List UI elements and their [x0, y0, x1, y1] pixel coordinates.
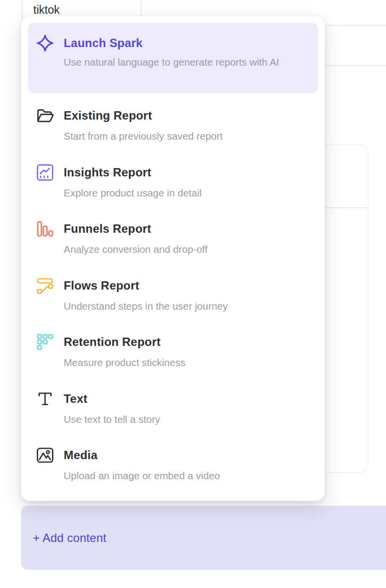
- menu-item-launch-spark[interactable]: Launch Spark Use natural language to gen…: [28, 23, 318, 93]
- menu-item-title: Launch Spark: [64, 35, 279, 51]
- add-content-button[interactable]: + Add content: [21, 506, 386, 570]
- menu-item-description: Understand steps in the user journey: [64, 299, 228, 314]
- background-divider-left: [22, 0, 23, 21]
- funnel-bars-icon: [35, 219, 55, 239]
- background-text-tiktok: tiktok: [33, 3, 60, 17]
- add-content-label: + Add content: [33, 531, 106, 545]
- menu-item-title: Media: [64, 447, 220, 463]
- menu-item-flows-report[interactable]: Flows Report Understand steps in the use…: [21, 267, 325, 324]
- menu-item-description: Use text to tell a story: [64, 412, 160, 427]
- menu-item-description: Upload an image or embed a video: [64, 468, 220, 483]
- menu-item-description: Measure product stickiness: [64, 355, 185, 370]
- menu-item-description: Analyze conversion and drop-off: [64, 242, 208, 257]
- background-row-line-1: [318, 25, 386, 26]
- menu-item-title: Funnels Report: [64, 221, 208, 237]
- menu-item-title: Insights Report: [64, 165, 202, 180]
- media-icon: [35, 445, 55, 465]
- flows-icon: [35, 276, 55, 295]
- text-icon: [35, 389, 55, 409]
- menu-item-media[interactable]: Media Upload an image or embed a video: [21, 437, 325, 493]
- menu-item-title: Text: [64, 391, 160, 407]
- menu-item-title: Existing Report: [64, 108, 223, 123]
- insights-chart-icon: [35, 163, 55, 182]
- retention-grid-icon: [35, 332, 55, 352]
- menu-item-description: Start from a previously saved report: [64, 129, 223, 144]
- background-row-line-2: [318, 65, 386, 66]
- menu-item-existing-report[interactable]: Existing Report Start from a previously …: [21, 97, 325, 154]
- add-content-menu: Launch Spark Use natural language to gen…: [21, 16, 325, 501]
- menu-item-text[interactable]: Text Use text to tell a story: [21, 380, 325, 437]
- menu-item-description: Use natural language to generate reports…: [64, 54, 279, 70]
- menu-item-title: Retention Report: [64, 334, 185, 350]
- menu-item-retention-report[interactable]: Retention Report Measure product stickin…: [21, 323, 325, 380]
- menu-item-description: Explore product usage in detail: [64, 186, 202, 200]
- folder-icon: [35, 106, 55, 125]
- menu-item-insights-report[interactable]: Insights Report Explore product usage in…: [21, 154, 325, 211]
- spark-icon: [35, 33, 55, 53]
- menu-item-funnels-report[interactable]: Funnels Report Analyze conversion and dr…: [21, 210, 325, 267]
- menu-item-title: Flows Report: [64, 278, 228, 294]
